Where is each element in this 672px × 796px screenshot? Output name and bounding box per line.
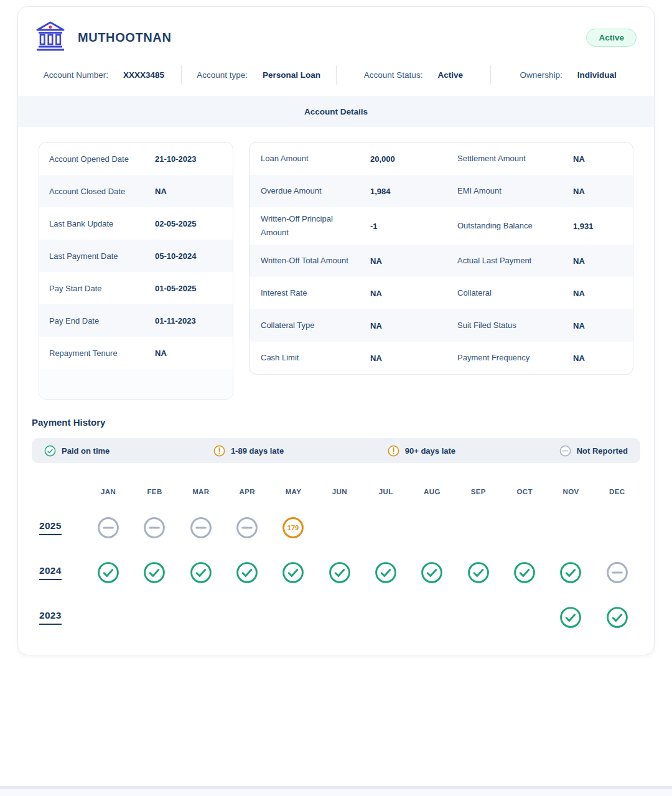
- payment-cell-empty: [363, 595, 409, 640]
- payment-cell-empty: [455, 505, 502, 550]
- field-value: NA: [155, 187, 167, 196]
- month-header: MAY: [270, 469, 316, 505]
- table-row: Interest RateNACollateralNA: [250, 277, 633, 309]
- payment-cell-not-reported: [85, 505, 131, 550]
- info-value: Active: [437, 70, 463, 80]
- table-row: Last Bank Update02-05-2025: [39, 207, 233, 240]
- info-label: Account type:: [197, 70, 248, 80]
- info-value: Individual: [577, 70, 617, 80]
- payment-cell-paid-on-time: [548, 595, 594, 640]
- payment-cell-empty: [409, 505, 455, 550]
- field-value: NA: [573, 289, 622, 298]
- section-title-bar: Account Details: [18, 96, 654, 127]
- account-card: MUTHOOTNAN Active Account Number: XXXX34…: [17, 6, 655, 655]
- field-value: NA: [370, 354, 446, 363]
- field-label: Actual Last Payment: [457, 254, 562, 268]
- details-tables: Account Opened Date21-10-2023Account Clo…: [18, 127, 654, 400]
- field-value: 1,931: [573, 222, 622, 231]
- month-header: NOV: [548, 469, 594, 505]
- year-label[interactable]: 2024: [39, 565, 62, 580]
- payment-cell-empty: [317, 505, 363, 550]
- field-value: NA: [370, 321, 446, 330]
- table-row: Loan Amount20,000Settlement AmountNA: [250, 143, 633, 175]
- status-badge: Active: [586, 29, 637, 47]
- field-label: Outstanding Balance: [457, 219, 562, 233]
- payment-cell-paid-on-time: [317, 550, 363, 595]
- payment-cell-not-reported: [131, 505, 177, 550]
- payment-cell-empty: [409, 595, 455, 640]
- month-header: MAR: [178, 469, 224, 505]
- field-label: Suit Filed Status: [457, 319, 562, 332]
- field-label: Payment Frequency: [457, 351, 562, 365]
- field-value: NA: [155, 349, 167, 358]
- field-value: NA: [370, 289, 446, 298]
- field-value: NA: [573, 187, 622, 196]
- field-value: 21-10-2023: [155, 154, 197, 164]
- field-label: Pay Start Date: [49, 284, 155, 293]
- payment-cell-empty: [85, 595, 131, 640]
- table-row: Repayment TenureNA: [39, 337, 233, 369]
- payment-cell-paid-on-time: [548, 550, 594, 595]
- field-label: Account Opened Date: [49, 154, 155, 164]
- legend-item: 1-89 days late: [213, 445, 284, 457]
- field-label: Last Payment Date: [49, 251, 155, 261]
- field-value: NA: [370, 256, 446, 266]
- days-late-icon: [388, 445, 399, 457]
- payment-cell-not-reported: [178, 505, 224, 550]
- payment-history-grid: JANFEBMARAPRMAYJUNJULAUGSEPOCTNOVDEC2025…: [32, 469, 640, 640]
- payment-cell-paid-on-time: [270, 550, 316, 595]
- payment-cell-empty: [178, 595, 224, 640]
- field-value: NA: [573, 256, 622, 266]
- payment-cell-empty: [224, 595, 270, 640]
- month-header: JAN: [85, 469, 131, 505]
- table-row: Collateral TypeNASuit Filed StatusNA: [250, 309, 633, 342]
- year-label[interactable]: 2025: [39, 520, 62, 535]
- month-header: OCT: [502, 469, 548, 505]
- payment-cell-not-reported: [594, 550, 640, 595]
- month-header: DEC: [594, 469, 640, 505]
- field-value: NA: [573, 354, 622, 363]
- payment-cell-empty: [317, 595, 363, 640]
- lender-name: MUTHOOTNAN: [78, 30, 171, 45]
- payment-cell-empty: [548, 505, 594, 550]
- info-label: Account Status:: [364, 70, 423, 80]
- payment-cell-paid-on-time: [455, 550, 502, 595]
- table-row: Pay Start Date01-05-2025: [39, 272, 233, 304]
- payment-cell-empty: [270, 595, 316, 640]
- month-header: JUN: [317, 469, 363, 505]
- section-title: Account Details: [304, 107, 368, 116]
- payment-history-legend: Paid on time1-89 days late90+ days lateN…: [32, 438, 640, 463]
- field-label: Cash Limit: [261, 351, 359, 365]
- account-info-row: Account Number: XXXX3485 Account type: P…: [18, 62, 654, 96]
- legend-label: 90+ days late: [405, 446, 455, 456]
- table-row: Written-Off Total AmountNAActual Last Pa…: [250, 245, 633, 277]
- payment-cell-paid-on-time: [131, 550, 177, 595]
- month-header: JUL: [363, 469, 409, 505]
- legend-label: Paid on time: [62, 446, 110, 456]
- legend-label: 1-89 days late: [231, 446, 284, 456]
- field-label: Repayment Tenure: [49, 349, 155, 358]
- table-row: Account Closed DateNA: [39, 175, 233, 207]
- payment-cell-empty: [502, 595, 548, 640]
- field-value: -1: [370, 222, 446, 231]
- table-row: Overdue Amount1,984EMI AmountNA: [250, 175, 633, 207]
- account-info-number: Account Number: XXXX3485: [27, 65, 181, 85]
- account-info-type: Account type: Personal Loan: [181, 65, 336, 85]
- field-label: Written-Off Principal Amount: [261, 212, 359, 240]
- payment-history-section: Payment History Paid on time1-89 days la…: [18, 400, 654, 640]
- payment-cell-empty: [594, 505, 640, 550]
- payment-cell-empty: [363, 505, 409, 550]
- field-label: Interest Rate: [261, 286, 359, 300]
- info-value: XXXX3485: [123, 70, 164, 80]
- field-label: Last Bank Update: [49, 219, 155, 228]
- payment-cell-paid-on-time: [363, 550, 409, 595]
- info-label: Account Number:: [44, 70, 108, 80]
- table-row-empty: [39, 369, 233, 399]
- year-row-header: 2023: [32, 595, 85, 640]
- field-value: NA: [573, 154, 622, 164]
- year-label[interactable]: 2023: [39, 610, 62, 625]
- field-label: Account Closed Date: [49, 187, 155, 196]
- info-value: Personal Loan: [263, 70, 320, 80]
- grid-corner: [32, 469, 85, 505]
- field-value: 01-05-2025: [155, 284, 197, 293]
